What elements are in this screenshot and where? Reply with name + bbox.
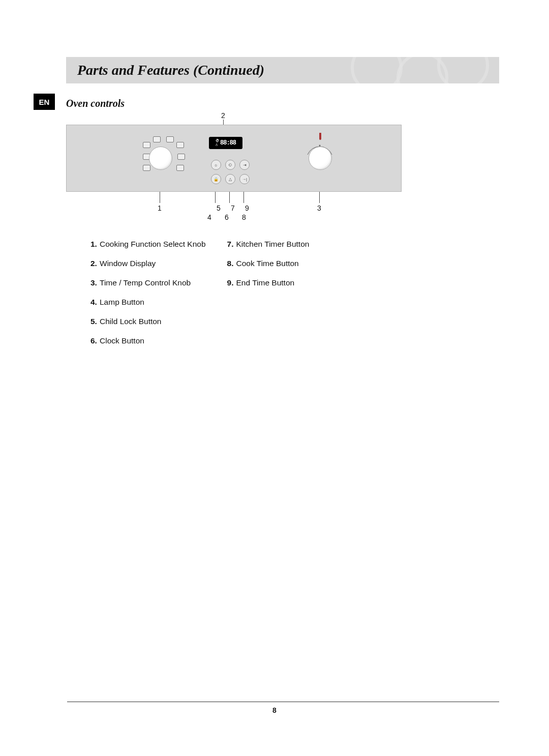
- control-panel: ⏱△ 88:88 ☼ ⏲ ⇥ 🔒 △ →|: [66, 125, 402, 192]
- language-tag: EN: [34, 94, 55, 110]
- lamp-button-icon: ☼: [211, 160, 221, 170]
- legend-item: 6.Clock Button: [90, 336, 206, 345]
- legend-item: 2.Window Display: [90, 259, 206, 268]
- mode-icon: [143, 142, 150, 148]
- section-title: Parts and Features (Continued): [77, 62, 264, 78]
- callout-number-5: 5: [217, 204, 221, 212]
- mode-icon: [176, 142, 184, 148]
- display-readout: 88:88: [220, 139, 236, 147]
- callout-number-2: 2: [221, 111, 225, 120]
- mode-icon: [153, 136, 161, 142]
- section-header: Parts and Features (Continued): [66, 57, 499, 83]
- callout-number-7: 7: [231, 204, 235, 212]
- legend-item: 4.Lamp Button: [90, 298, 206, 307]
- callout-line: [229, 192, 230, 203]
- legend-column-right: 7.Kitchen Timer Button 8.Cook Time Butto…: [227, 240, 310, 356]
- legend-item: 1.Cooking Function Select Knob: [90, 240, 206, 249]
- header-decoration: [351, 57, 403, 83]
- subsection-title: Oven controls: [66, 98, 499, 109]
- legend-item: 7.Kitchen Timer Button: [227, 240, 310, 249]
- mode-icon: [177, 154, 185, 160]
- callout-line: [319, 192, 320, 203]
- callout-number-3: 3: [317, 204, 321, 212]
- time-temp-knob: [309, 147, 332, 170]
- kitchen-timer-button-icon: ⏲: [225, 160, 235, 170]
- legend-item: 5.Child Lock Button: [90, 317, 206, 326]
- callout-number-6: 6: [225, 213, 229, 221]
- callout-line: [243, 192, 244, 203]
- legend-column-left: 1.Cooking Function Select Knob 2.Window …: [90, 240, 206, 356]
- child-lock-button-icon: 🔒: [211, 174, 221, 184]
- callout-line: [215, 192, 216, 203]
- callout-line: [160, 192, 160, 203]
- callout-number-1: 1: [158, 204, 162, 212]
- page-number: 8: [0, 706, 549, 714]
- callout-numbers: 1 5 7 9 4 6 8 3: [66, 192, 402, 222]
- legend-item: 9.End Time Button: [227, 278, 310, 287]
- window-display: ⏱△ 88:88: [209, 137, 242, 149]
- legend-item: 3.Time / Temp Control Knob: [90, 278, 206, 287]
- oven-controls-diagram: 2 ⏱△ 88:88 ☼ ⏲ ⇥ 🔒 △ →|: [66, 125, 402, 222]
- thermometer-icon: [319, 133, 321, 140]
- mode-icon: [143, 165, 150, 171]
- callout-number-8: 8: [242, 213, 246, 221]
- display-icons: ⏱△: [216, 139, 219, 147]
- footer-rule: [67, 702, 499, 702]
- legend: 1.Cooking Function Select Knob 2.Window …: [90, 240, 499, 356]
- legend-item: 8.Cook Time Button: [227, 259, 310, 268]
- document-page: Parts and Features (Continued) EN Oven c…: [0, 0, 549, 756]
- callout-number-4: 4: [207, 213, 211, 221]
- end-time-button-icon: →|: [239, 174, 250, 184]
- header-decoration: [437, 57, 489, 83]
- mode-icon: [176, 165, 184, 171]
- cooking-function-knob: [149, 147, 172, 170]
- callout-number-9: 9: [245, 204, 249, 212]
- mode-icon: [166, 136, 174, 142]
- cook-time-button-icon: ⇥: [239, 160, 250, 170]
- clock-button-icon: △: [225, 174, 235, 184]
